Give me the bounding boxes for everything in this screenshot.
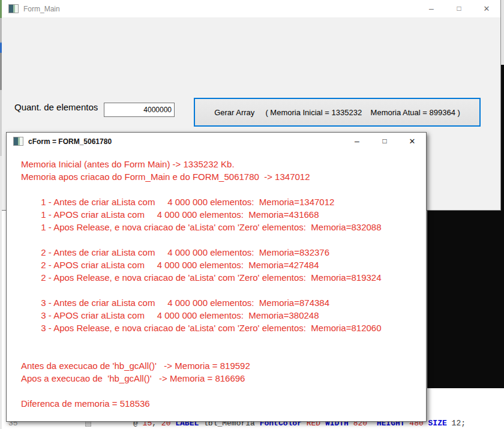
memory-report-line <box>21 284 426 296</box>
minimize-icon[interactable]: – <box>343 133 371 150</box>
maximize-icon[interactable]: □ <box>371 133 398 150</box>
memory-report-titlebar[interactable]: cForm = FORM_5061780 – □ ✕ <box>7 133 426 150</box>
memory-report-line <box>21 334 426 347</box>
memory-report-line: 3 - APOS criar aLista com 4 000 000 elem… <box>21 309 426 322</box>
memory-report-line: 2 - APOS criar aLista com 4 000 000 elem… <box>21 259 426 271</box>
memory-report-line: 1 - APOS criar aLista com 4 000 000 elem… <box>21 208 426 221</box>
memory-report-line: 1 - Antes de criar aLista com 4 000 000 … <box>21 196 426 208</box>
memory-report-line: 3 - Antes de criar aLista com 4 000 000 … <box>21 296 426 309</box>
memory-report-line <box>21 233 426 246</box>
close-icon[interactable]: ✕ <box>398 133 426 150</box>
memory-report-line: Antes da execucao de 'hb_gcAll()' -> Mem… <box>21 359 426 372</box>
memory-report-title: cForm = FORM_5061780 <box>28 137 112 146</box>
form-icon <box>8 4 19 13</box>
quantity-label: Quant. de elementos <box>14 102 98 112</box>
maximize-icon[interactable]: □ <box>445 0 473 17</box>
generate-array-button-label: Gerar Array ( Memoria Inicial = 1335232 … <box>214 108 460 117</box>
memory-report-line: Memoria Inicial (antes do Form Main) -> … <box>21 158 426 170</box>
form-icon <box>13 137 23 146</box>
memory-report-text: Memoria Inicial (antes do Form Main) -> … <box>7 150 426 421</box>
memory-report-line: 3 - Apos Release, e nova criacao de 'aLi… <box>21 322 426 334</box>
memory-report-line <box>21 347 426 359</box>
memory-report-window: cForm = FORM_5061780 – □ ✕ Memoria Inici… <box>6 132 427 422</box>
code-token: 12; <box>452 419 466 428</box>
memory-report-line: Apos a execucao de 'hb_gcAll()' -> Memor… <box>21 372 426 385</box>
memory-report-line: 2 - Apos Release, e nova criacao de 'aLi… <box>21 271 426 284</box>
minimize-icon[interactable]: – <box>418 0 445 17</box>
code-token: SIZE <box>428 419 452 428</box>
memory-report-line: Memoria apos criacao do Form_Main e do F… <box>21 170 426 183</box>
memory-report-line: 1 - Apos Release, e nova criacao de 'aLi… <box>21 221 426 233</box>
close-icon[interactable]: ✕ <box>473 0 500 17</box>
memory-report-line <box>21 183 426 196</box>
quantity-input[interactable] <box>104 103 175 117</box>
memory-report-line: Diferenca de memoria = 518536 <box>21 397 426 410</box>
form-main-window-controls: – □ ✕ <box>418 0 500 17</box>
form-main-title: Form_Main <box>23 5 60 13</box>
memory-report-line <box>21 385 426 397</box>
form-main-titlebar[interactable]: Form_Main – □ ✕ <box>2 0 500 17</box>
memory-report-window-controls: – □ ✕ <box>343 133 426 150</box>
generate-array-button[interactable]: Gerar Array ( Memoria Inicial = 1335232 … <box>194 98 481 127</box>
memory-report-line: 2 - Antes de criar aLista com 4 000 000 … <box>21 246 426 259</box>
